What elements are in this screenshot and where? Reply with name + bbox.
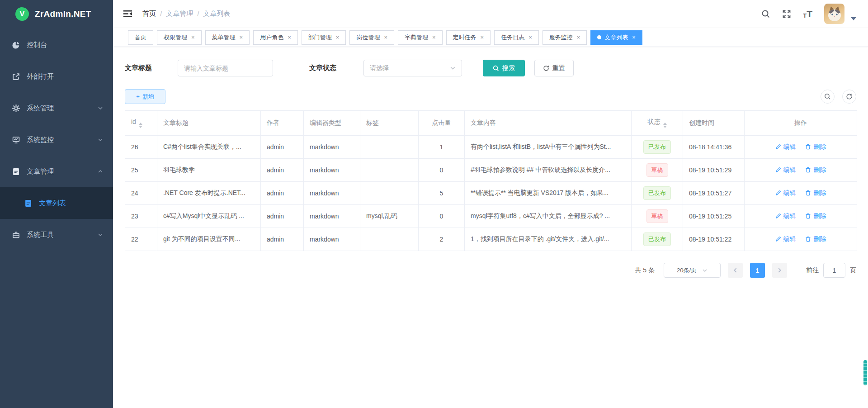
- cell-status: 已发布: [632, 182, 683, 205]
- tab-user-role[interactable]: 用户角色×: [253, 30, 298, 45]
- pagination: 共 5 条 20条/页 1 前往 页: [113, 263, 856, 278]
- page-size-select[interactable]: 20条/页: [664, 263, 721, 278]
- column-header-title: 文章标题: [157, 111, 261, 136]
- tab-label: 岗位管理: [356, 33, 380, 42]
- sidebar-item-system-tools[interactable]: 系统工具: [0, 219, 113, 251]
- tab-scheduled-task[interactable]: 定时任务×: [446, 30, 491, 45]
- sidebar-item-system-management[interactable]: 系统管理: [0, 92, 113, 124]
- tab-article-list[interactable]: 文章列表×: [590, 30, 642, 45]
- breadcrumb-current: 文章列表: [203, 9, 230, 18]
- trash-icon: [805, 144, 811, 150]
- logo-icon: V: [15, 7, 29, 21]
- page-number-current[interactable]: 1: [750, 263, 765, 278]
- cell-editor: markdown: [304, 182, 360, 205]
- column-header-id[interactable]: id: [125, 111, 157, 136]
- close-icon[interactable]: ×: [191, 34, 195, 40]
- close-icon[interactable]: ×: [577, 34, 580, 40]
- edit-button[interactable]: 编辑: [775, 212, 796, 220]
- table-row: 24 .NET Core 发布时提示.NET... admin markdown…: [125, 182, 857, 205]
- close-icon[interactable]: ×: [528, 34, 532, 40]
- sidebar-item-system-monitor[interactable]: 系统监控: [0, 124, 113, 156]
- cell-author: admin: [261, 159, 304, 182]
- cell-title: .NET Core 发布时提示.NET...: [157, 182, 261, 205]
- dashboard-icon: [12, 41, 20, 49]
- sidebar-item-article-management[interactable]: 文章管理: [0, 156, 113, 187]
- scrollbar-thumb[interactable]: [863, 360, 867, 385]
- next-page-button[interactable]: [772, 263, 787, 278]
- tab-service-monitor[interactable]: 服务监控×: [542, 30, 587, 45]
- edit-button[interactable]: 编辑: [775, 143, 796, 151]
- toggle-search-button[interactable]: [821, 90, 835, 104]
- reset-button[interactable]: 重置: [534, 60, 574, 76]
- breadcrumb-home[interactable]: 首页: [142, 9, 156, 18]
- sidebar-fold-button[interactable]: [123, 9, 132, 19]
- close-icon[interactable]: ×: [481, 34, 484, 40]
- edit-button[interactable]: 编辑: [775, 189, 796, 197]
- tab-task-log[interactable]: 任务日志×: [494, 30, 539, 45]
- cell-title: git 为不同的项目设置不同...: [157, 228, 261, 251]
- document-icon: [12, 168, 20, 176]
- close-icon[interactable]: ×: [632, 34, 636, 40]
- close-icon[interactable]: ×: [240, 34, 243, 40]
- cell-editor: markdown: [304, 136, 360, 159]
- close-icon[interactable]: ×: [336, 34, 340, 40]
- column-label: 创建时间: [689, 119, 714, 126]
- search-button-label: 搜索: [502, 64, 515, 72]
- avatar[interactable]: [824, 4, 844, 24]
- cell-clicks: 0: [419, 159, 465, 182]
- close-icon[interactable]: ×: [384, 34, 387, 40]
- delete-button[interactable]: 删除: [805, 235, 826, 243]
- chevron-down-icon[interactable]: [851, 17, 856, 20]
- tab-dict-management[interactable]: 字典管理×: [398, 30, 443, 45]
- fullscreen-icon[interactable]: [782, 9, 791, 19]
- chevron-down-icon: [98, 232, 103, 237]
- cell-status: 草稿: [632, 205, 683, 228]
- goto-page-input[interactable]: [823, 263, 845, 278]
- delete-button[interactable]: 删除: [805, 143, 826, 151]
- article-status-select[interactable]: 请选择: [363, 60, 462, 76]
- tab-department-management[interactable]: 部门管理×: [302, 30, 346, 45]
- app-logo[interactable]: V ZrAdmin.NET: [0, 0, 113, 28]
- cell-created: 08-19 10:51:29: [683, 159, 745, 182]
- edit-icon: [775, 190, 781, 196]
- sidebar-item-article-list[interactable]: 文章列表: [0, 187, 113, 219]
- close-icon[interactable]: ×: [432, 34, 436, 40]
- tab-label: 用户角色: [260, 33, 283, 42]
- sidebar-menu: 控制台 外部打开 系统管理 系: [0, 28, 113, 408]
- refresh-table-button[interactable]: [842, 90, 856, 104]
- cell-status: 已发布: [632, 228, 683, 251]
- tab-permission-management[interactable]: 权限管理×: [157, 30, 202, 45]
- article-title-input[interactable]: [178, 60, 273, 76]
- delete-button[interactable]: 删除: [805, 189, 826, 197]
- sidebar-item-external-open[interactable]: 外部打开: [0, 61, 113, 92]
- add-button[interactable]: + 新增: [125, 89, 165, 104]
- chevron-down-icon: [98, 137, 103, 142]
- search-icon[interactable]: [761, 9, 770, 19]
- big-t: T: [807, 9, 812, 19]
- cell-title: C#两个list集合实现关联，...: [157, 136, 261, 159]
- edit-button[interactable]: 编辑: [775, 235, 796, 243]
- edit-button[interactable]: 编辑: [775, 166, 796, 174]
- cell-tags: [360, 159, 419, 182]
- logo-letter: V: [19, 9, 24, 19]
- search-button[interactable]: 搜索: [483, 60, 525, 76]
- column-header-status[interactable]: 状态: [632, 111, 683, 136]
- font-size-icon[interactable]: TT: [803, 9, 812, 19]
- delete-button[interactable]: 删除: [805, 212, 826, 220]
- tab-post-management[interactable]: 岗位管理×: [349, 30, 394, 45]
- pagination-total: 共 5 条: [635, 266, 655, 275]
- sort-icon[interactable]: [663, 123, 667, 128]
- filter-form: 文章标题 文章状态 请选择 搜索 重置: [125, 60, 868, 76]
- sidebar-item-dashboard[interactable]: 控制台: [0, 29, 113, 61]
- prev-page-button[interactable]: [728, 263, 743, 278]
- tab-menu-management[interactable]: 菜单管理×: [205, 30, 250, 45]
- breadcrumb-article-management[interactable]: 文章管理: [166, 9, 193, 18]
- delete-button[interactable]: 删除: [805, 166, 826, 174]
- close-icon[interactable]: ×: [288, 34, 291, 40]
- cell-status: 已发布: [632, 136, 683, 159]
- chevron-left-icon: [732, 267, 738, 273]
- sort-icon[interactable]: [139, 123, 142, 128]
- cell-title: c#写入Mysql中文显示乱码 ...: [157, 205, 261, 228]
- tab-home[interactable]: 首页: [128, 30, 153, 45]
- cell-editor: markdown: [304, 205, 360, 228]
